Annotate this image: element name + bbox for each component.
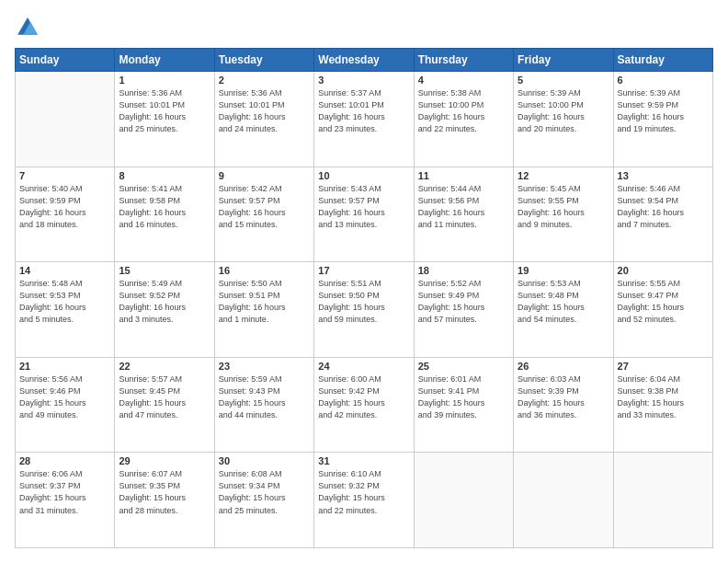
calendar-cell: 18Sunrise: 5:52 AM Sunset: 9:49 PM Dayli… [414,262,513,358]
day-info: Sunrise: 5:46 AM Sunset: 9:54 PM Dayligh… [618,183,709,231]
calendar-week-row: 28Sunrise: 6:06 AM Sunset: 9:37 PM Dayli… [16,453,713,548]
calendar-cell [16,72,115,167]
calendar-cell [414,453,513,548]
day-info: Sunrise: 5:53 AM Sunset: 9:48 PM Dayligh… [518,278,609,326]
day-info: Sunrise: 6:06 AM Sunset: 9:37 PM Dayligh… [19,468,110,516]
calendar-cell: 3Sunrise: 5:37 AM Sunset: 10:01 PM Dayli… [314,72,414,167]
calendar-week-row: 21Sunrise: 5:56 AM Sunset: 9:46 PM Dayli… [16,357,713,453]
day-info: Sunrise: 5:39 AM Sunset: 9:59 PM Dayligh… [618,87,709,135]
calendar-cell: 10Sunrise: 5:43 AM Sunset: 9:57 PM Dayli… [314,167,414,262]
calendar-week-row: 14Sunrise: 5:48 AM Sunset: 9:53 PM Dayli… [16,262,713,358]
day-number: 26 [518,361,609,372]
day-number: 15 [119,265,210,276]
day-number: 11 [418,170,509,181]
day-number: 20 [618,265,709,276]
day-number: 21 [19,361,110,372]
day-number: 25 [418,361,509,372]
day-info: Sunrise: 5:41 AM Sunset: 9:58 PM Dayligh… [119,183,210,231]
day-number: 6 [618,75,709,86]
calendar-cell: 22Sunrise: 5:57 AM Sunset: 9:45 PM Dayli… [115,357,214,453]
day-info: Sunrise: 5:57 AM Sunset: 9:45 PM Dayligh… [119,373,210,421]
day-info: Sunrise: 6:00 AM Sunset: 9:42 PM Dayligh… [318,373,409,421]
day-info: Sunrise: 5:42 AM Sunset: 9:57 PM Dayligh… [219,183,310,231]
day-number: 24 [318,361,409,372]
day-number: 3 [318,75,409,86]
day-number: 9 [219,170,310,181]
calendar-week-row: 7Sunrise: 5:40 AM Sunset: 9:59 PM Daylig… [16,167,713,262]
header [15,15,713,40]
day-info: Sunrise: 5:52 AM Sunset: 9:49 PM Dayligh… [418,278,509,326]
day-info: Sunrise: 5:37 AM Sunset: 10:01 PM Daylig… [318,87,409,135]
day-number: 10 [318,170,409,181]
weekday-header: Thursday [414,49,513,72]
day-number: 28 [19,455,110,466]
day-number: 8 [119,170,210,181]
calendar-cell: 5Sunrise: 5:39 AM Sunset: 10:00 PM Dayli… [514,72,613,167]
day-info: Sunrise: 5:44 AM Sunset: 9:56 PM Dayligh… [418,183,509,231]
day-info: Sunrise: 5:36 AM Sunset: 10:01 PM Daylig… [119,87,210,135]
day-number: 31 [318,455,409,466]
day-info: Sunrise: 5:40 AM Sunset: 9:59 PM Dayligh… [19,183,110,231]
calendar-cell: 21Sunrise: 5:56 AM Sunset: 9:46 PM Dayli… [16,357,115,453]
day-number: 4 [418,75,509,86]
day-number: 7 [19,170,110,181]
day-number: 1 [119,75,210,86]
day-number: 5 [518,75,609,86]
calendar-table: SundayMondayTuesdayWednesdayThursdayFrid… [15,48,713,548]
calendar-week-row: 1Sunrise: 5:36 AM Sunset: 10:01 PM Dayli… [16,72,713,167]
day-info: Sunrise: 6:10 AM Sunset: 9:32 PM Dayligh… [318,468,409,516]
calendar-cell: 1Sunrise: 5:36 AM Sunset: 10:01 PM Dayli… [115,72,214,167]
weekday-header: Friday [514,49,613,72]
calendar-cell: 30Sunrise: 6:08 AM Sunset: 9:34 PM Dayli… [214,453,313,548]
header-row: SundayMondayTuesdayWednesdayThursdayFrid… [16,49,713,72]
calendar-cell: 6Sunrise: 5:39 AM Sunset: 9:59 PM Daylig… [613,72,712,167]
day-info: Sunrise: 5:36 AM Sunset: 10:01 PM Daylig… [219,87,310,135]
calendar-cell [514,453,613,548]
calendar-cell: 8Sunrise: 5:41 AM Sunset: 9:58 PM Daylig… [115,167,214,262]
weekday-header: Tuesday [214,49,313,72]
calendar-cell: 4Sunrise: 5:38 AM Sunset: 10:00 PM Dayli… [414,72,513,167]
day-info: Sunrise: 5:43 AM Sunset: 9:57 PM Dayligh… [318,183,409,231]
calendar-cell: 24Sunrise: 6:00 AM Sunset: 9:42 PM Dayli… [314,357,414,453]
calendar-body: 1Sunrise: 5:36 AM Sunset: 10:01 PM Dayli… [16,72,713,548]
calendar-cell: 17Sunrise: 5:51 AM Sunset: 9:50 PM Dayli… [314,262,414,358]
calendar-cell: 27Sunrise: 6:04 AM Sunset: 9:38 PM Dayli… [613,357,712,453]
day-info: Sunrise: 5:45 AM Sunset: 9:55 PM Dayligh… [518,183,609,231]
day-number: 27 [618,361,709,372]
calendar-cell: 14Sunrise: 5:48 AM Sunset: 9:53 PM Dayli… [16,262,115,358]
day-info: Sunrise: 5:49 AM Sunset: 9:52 PM Dayligh… [119,278,210,326]
calendar-cell: 11Sunrise: 5:44 AM Sunset: 9:56 PM Dayli… [414,167,513,262]
day-info: Sunrise: 5:39 AM Sunset: 10:00 PM Daylig… [518,87,609,135]
calendar-cell: 16Sunrise: 5:50 AM Sunset: 9:51 PM Dayli… [214,262,313,358]
day-info: Sunrise: 5:48 AM Sunset: 9:53 PM Dayligh… [19,278,110,326]
day-info: Sunrise: 5:55 AM Sunset: 9:47 PM Dayligh… [618,278,709,326]
calendar-cell: 26Sunrise: 6:03 AM Sunset: 9:39 PM Dayli… [514,357,613,453]
calendar-cell: 25Sunrise: 6:01 AM Sunset: 9:41 PM Dayli… [414,357,513,453]
day-number: 19 [518,265,609,276]
calendar-cell: 31Sunrise: 6:10 AM Sunset: 9:32 PM Dayli… [314,453,414,548]
logo-icon [15,15,40,40]
day-number: 12 [518,170,609,181]
logo [15,15,44,40]
weekday-header: Wednesday [314,49,414,72]
calendar-cell: 7Sunrise: 5:40 AM Sunset: 9:59 PM Daylig… [16,167,115,262]
calendar-cell: 2Sunrise: 5:36 AM Sunset: 10:01 PM Dayli… [214,72,313,167]
day-number: 23 [219,361,310,372]
calendar-cell [613,453,712,548]
day-number: 30 [219,455,310,466]
day-info: Sunrise: 5:51 AM Sunset: 9:50 PM Dayligh… [318,278,409,326]
calendar-cell: 9Sunrise: 5:42 AM Sunset: 9:57 PM Daylig… [214,167,313,262]
day-number: 16 [219,265,310,276]
day-info: Sunrise: 5:59 AM Sunset: 9:43 PM Dayligh… [219,373,310,421]
day-info: Sunrise: 6:01 AM Sunset: 9:41 PM Dayligh… [418,373,509,421]
day-info: Sunrise: 5:56 AM Sunset: 9:46 PM Dayligh… [19,373,110,421]
calendar-cell: 15Sunrise: 5:49 AM Sunset: 9:52 PM Dayli… [115,262,214,358]
calendar-header: SundayMondayTuesdayWednesdayThursdayFrid… [16,49,713,72]
calendar-page: SundayMondayTuesdayWednesdayThursdayFrid… [0,0,728,563]
calendar-cell: 12Sunrise: 5:45 AM Sunset: 9:55 PM Dayli… [514,167,613,262]
day-number: 2 [219,75,310,86]
calendar-cell: 19Sunrise: 5:53 AM Sunset: 9:48 PM Dayli… [514,262,613,358]
day-number: 29 [119,455,210,466]
day-number: 22 [119,361,210,372]
day-number: 13 [618,170,709,181]
